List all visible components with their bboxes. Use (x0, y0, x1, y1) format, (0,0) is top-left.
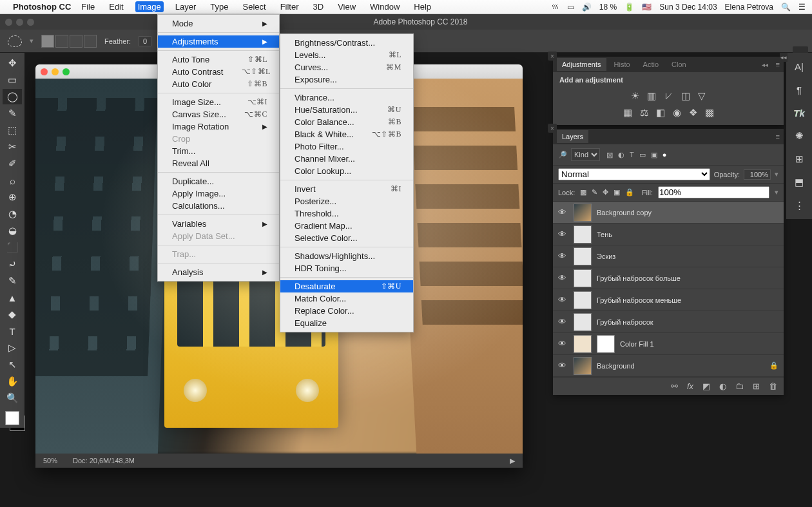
doc-close-icon[interactable] (41, 68, 48, 75)
tool-16[interactable]: T (3, 323, 22, 339)
lock-position-icon[interactable]: ✥ (603, 188, 608, 196)
tool-8[interactable]: ⊕ (3, 189, 22, 205)
lock-all-icon[interactable]: 🔒 (625, 188, 634, 196)
tool-19[interactable]: ✋ (3, 374, 22, 389)
dock-item-5[interactable]: ⬒ (789, 173, 809, 192)
image-menu-item-canvas-size-[interactable]: Canvas Size...⌥⌘C (158, 108, 279, 120)
image-menu-item-apply-image-[interactable]: Apply Image... (158, 187, 279, 200)
lock-transparent-icon[interactable]: ▩ (580, 188, 586, 196)
menu-image[interactable]: Image (135, 1, 164, 12)
visibility-icon[interactable]: 👁 (558, 295, 568, 305)
adjust-menu-item-posterize-[interactable]: Posterize... (280, 195, 413, 207)
blend-mode-select[interactable]: Normal (558, 168, 710, 180)
adjust-menu-item-levels-[interactable]: Levels...⌘L (280, 49, 413, 61)
adj-mixer-icon[interactable]: ❖ (689, 107, 697, 119)
layer-thumbnail[interactable] (574, 204, 592, 222)
layer-thumbnail[interactable] (574, 247, 592, 265)
tool-7[interactable]: ⌕ (3, 173, 22, 188)
adjust-menu-item-match-color-[interactable]: Match Color... (280, 292, 413, 305)
layer-row[interactable]: 👁Тень (553, 224, 784, 245)
layer-thumbnail[interactable] (574, 225, 592, 244)
tool-12[interactable]: ⤾ (3, 256, 22, 272)
lasso-tool-icon[interactable] (8, 35, 22, 47)
visibility-icon[interactable]: 👁 (558, 339, 568, 349)
panel-close-icon[interactable]: × (548, 124, 557, 133)
tab-clone[interactable]: Clon (666, 58, 691, 71)
doc-zoom-icon[interactable] (63, 68, 70, 75)
new-layer-icon[interactable]: ⊞ (753, 381, 760, 391)
adjust-menu-item-gradient-map-[interactable]: Gradient Map... (280, 220, 413, 232)
adj-lookup-icon[interactable]: ▩ (705, 107, 714, 119)
spotlight-icon[interactable]: 🔍 (781, 3, 791, 12)
app-name[interactable]: Photoshop CC (13, 2, 71, 12)
tab-layers[interactable]: Layers (557, 130, 588, 143)
volume-icon[interactable]: 🔊 (582, 3, 592, 12)
color-swatches[interactable] (5, 411, 19, 425)
link-layers-icon[interactable]: ⚯ (671, 381, 678, 391)
adjust-menu-item-hdr-toning-[interactable]: HDR Toning... (280, 262, 413, 274)
menu-select[interactable]: Select (240, 1, 268, 12)
layer-row[interactable]: 👁Эскиз (553, 245, 784, 267)
new-adjustment-icon[interactable]: ◐ (719, 381, 726, 391)
adjust-menu-item-color-balance-[interactable]: Color Balance...⌘B (280, 116, 413, 128)
dock-item-2[interactable]: Tk (789, 103, 809, 122)
window-close-icon[interactable] (5, 19, 12, 26)
menu-type[interactable]: Type (208, 1, 231, 12)
input-flag[interactable]: 🇺🇸 (642, 3, 652, 12)
layer-thumbnail[interactable] (574, 269, 592, 287)
tool-4[interactable]: ⬚ (3, 122, 22, 138)
menu-edit[interactable]: Edit (106, 1, 126, 12)
adjust-menu-item-channel-mixer-[interactable]: Channel Mixer... (280, 153, 413, 165)
opacity-input[interactable] (744, 169, 771, 180)
adjust-menu-item-color-lookup-[interactable]: Color Lookup... (280, 165, 413, 177)
menu-3d[interactable]: 3D (311, 1, 327, 12)
adj-hue-icon[interactable]: ▦ (623, 107, 632, 119)
tool-3[interactable]: ✎ (3, 106, 22, 121)
airplay-icon[interactable]: ▭ (567, 3, 574, 12)
adjust-menu-item-equalize[interactable]: Equalize (280, 317, 413, 329)
window-minimize-icon[interactable] (16, 19, 23, 26)
tool-18[interactable]: ↖ (3, 357, 22, 372)
visibility-icon[interactable]: 👁 (558, 207, 568, 217)
adjust-menu-item-vibrance-[interactable]: Vibrance... (280, 91, 413, 104)
tool-6[interactable]: ✐ (3, 156, 22, 171)
lock-pixels-icon[interactable]: ✎ (592, 188, 597, 196)
tool-20[interactable]: 🔍 (3, 390, 22, 406)
doc-info[interactable]: Doc: 20,6M/148,3M (73, 457, 135, 464)
adjust-menu-item-photo-filter-[interactable]: Photo Filter... (280, 140, 413, 153)
image-menu-item-adjustments[interactable]: Adjustments▶ (158, 35, 279, 48)
selection-intersect-button[interactable] (84, 35, 97, 48)
menu-view[interactable]: View (335, 1, 358, 12)
image-menu-item-calculations-[interactable]: Calculations... (158, 200, 279, 212)
adj-exposure-icon[interactable]: ◫ (681, 90, 690, 102)
tool-14[interactable]: ▲ (3, 290, 22, 305)
layer-filter-kind[interactable]: Kind (571, 148, 600, 161)
lock-artboard-icon[interactable]: ▣ (614, 188, 620, 196)
adjust-menu-item-shadows-highlights-[interactable]: Shadows/Highlights... (280, 250, 413, 262)
tool-0[interactable]: ✥ (3, 55, 22, 71)
filter-type-icon[interactable]: T (630, 151, 634, 159)
adj-curves-icon[interactable]: ⩗ (664, 90, 673, 102)
tool-11[interactable]: ⬛ (3, 240, 22, 255)
adjust-menu-item-brightness-contrast-[interactable]: Brightness/Contrast... (280, 37, 413, 49)
image-menu-item-mode[interactable]: Mode▶ (158, 17, 279, 30)
feather-value[interactable]: 0 (139, 36, 151, 46)
new-group-icon[interactable]: 🗀 (735, 381, 744, 391)
image-menu-item-image-size-[interactable]: Image Size...⌥⌘I (158, 96, 279, 108)
menu-filter[interactable]: Filter (278, 1, 302, 12)
dock-item-3[interactable]: ✺ (789, 126, 809, 146)
panel-menu-icon[interactable]: ≡ (776, 133, 780, 140)
dock-item-4[interactable]: ⊞ (789, 149, 809, 169)
status-more-icon[interactable]: ▶ (510, 457, 515, 465)
layer-row[interactable]: 👁Грубый набросок (553, 311, 784, 333)
layer-thumbnail[interactable] (574, 357, 592, 375)
adjust-menu-item-exposure-[interactable]: Exposure... (280, 73, 413, 86)
tool-15[interactable]: ◆ (3, 307, 22, 322)
adjust-menu-item-threshold-[interactable]: Threshold... (280, 207, 413, 220)
zoom-level[interactable]: 50% (43, 457, 57, 464)
adj-balance-icon[interactable]: ⚖ (640, 107, 648, 119)
filter-smart-icon[interactable]: ▣ (651, 151, 657, 159)
dock-item-6[interactable]: ⋮ (789, 196, 809, 215)
layer-row[interactable]: 👁Грубый набросок больше (553, 267, 784, 289)
visibility-icon[interactable]: 👁 (558, 361, 568, 370)
